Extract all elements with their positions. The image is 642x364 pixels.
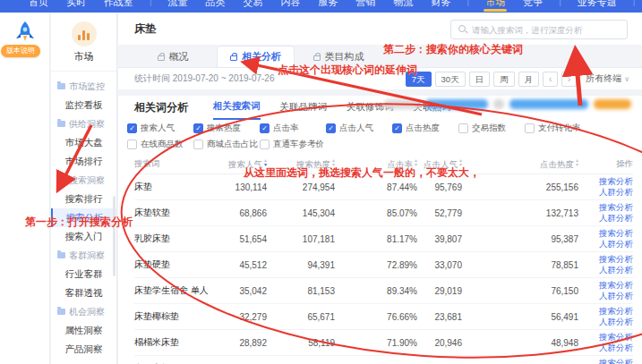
sidebar-item-customer-profile[interactable]: 客群透视 (51, 284, 116, 302)
search-analysis-link[interactable]: 搜索分析 (578, 358, 633, 364)
next-page-button[interactable]: › (561, 72, 577, 87)
tab-label: 相关分析 (242, 50, 281, 63)
sidebar-item-search-intro[interactable]: 搜索入门 (51, 227, 116, 246)
nav-item-service[interactable]: 服务 (317, 0, 340, 13)
nav-item-competition[interactable]: 竞争 (521, 0, 544, 13)
metric-label: 搜索热度 (207, 123, 241, 134)
table-row: 乳胶床垫 51,654 107,181 81.17% 39,807 95,387… (134, 226, 633, 252)
crowd-analysis-link[interactable]: 人群分析 (578, 213, 633, 224)
search-analysis-link[interactable]: 搜索分析 (578, 202, 633, 213)
checkbox-online-products[interactable]: 在线商品数 (127, 139, 193, 150)
nav-item-home[interactable]: 首页 (27, 0, 50, 13)
metric-label: 直通车参考价 (273, 139, 324, 150)
click-heat-cell: 78,851 (462, 260, 578, 270)
checkbox-mall-click-share[interactable]: 商城点击占比 (193, 139, 260, 150)
rocket-icon[interactable] (12, 20, 39, 47)
search-analysis-link[interactable]: 搜索分析 (578, 332, 633, 343)
sidebar-group-supply-insight[interactable]: 供给洞察 (51, 114, 116, 133)
metric-label: 商城点击占比 (207, 139, 258, 150)
click-rate-cell: 76.66% (335, 312, 417, 322)
search-analysis-link[interactable]: 搜索分析 (578, 176, 633, 187)
nav-item-logistics[interactable]: 物流 (392, 0, 415, 13)
checkbox-icon (193, 140, 203, 149)
prev-page-button[interactable]: ‹ (543, 72, 558, 87)
checkbox-ztc-reference-price[interactable]: 直通车参考价 (260, 139, 326, 150)
nav-item-content[interactable]: 内容 (279, 0, 303, 13)
tab-related-brand-words[interactable]: 关联品牌词 (280, 101, 328, 119)
checkbox-click-rate[interactable]: ✓点击率 (260, 123, 326, 134)
table-row: 床垫椰棕垫 32,279 65,671 76.66% 23,681 56,491… (134, 304, 633, 330)
keyword-cell: 床垫学生宿舍 单人 (134, 284, 215, 297)
crowd-analysis-link[interactable]: 人群分析 (578, 291, 633, 301)
checkbox-search-heat[interactable]: ✓搜索热度 (193, 123, 260, 134)
crowd-analysis-link[interactable]: 人群分析 (578, 187, 633, 198)
sidebar-group-market-monitor[interactable]: 市场监控 (51, 77, 116, 96)
col-header-keyword[interactable]: 搜索词 (134, 158, 215, 170)
metric-label: 在线商品数 (141, 139, 184, 150)
checkbox-icon (525, 123, 535, 133)
search-analysis-link[interactable]: 搜索分析 (578, 254, 633, 265)
table-row: 床垫软垫 68,866 145,304 85.07% 52,779 132,71… (134, 200, 633, 226)
related-words-table: 搜索词 搜索人气▴▾ 搜索热度▴▾ 点击率▴▾ 点击人气▴▾ 点击热度▴▾ 操作… (134, 155, 633, 364)
legend-segment (493, 99, 504, 109)
sidebar-item-market-ranking[interactable]: 市场排行 (51, 152, 116, 171)
crowd-analysis-link[interactable]: 人群分析 (578, 343, 633, 353)
click-popularity-cell: 52,779 (417, 208, 462, 218)
sidebar-group-customer-insight[interactable]: 客群洞察 (51, 246, 116, 265)
sidebar-item-monitor-board[interactable]: 监控看板 (51, 96, 116, 114)
checkbox-click-popularity[interactable]: ✓点击人气 (326, 123, 392, 134)
keyword-search-box (450, 20, 628, 39)
nav-item-finance[interactable]: 财务 (430, 0, 453, 13)
click-rate-cell: 72.89% (335, 260, 417, 270)
nav-item-warroom[interactable]: 作战室 (102, 0, 135, 13)
legend-segment (384, 99, 420, 109)
sidebar-item-search-ranking[interactable]: 搜索排行 (51, 190, 116, 208)
crowd-analysis-link[interactable]: 人群分析 (578, 265, 633, 275)
nav-separator: | (633, 0, 636, 13)
range-30d-button[interactable]: 30天 (435, 72, 466, 87)
nav-item-category[interactable]: 品类 (204, 0, 227, 13)
search-analysis-link[interactable]: 搜索分析 (578, 280, 633, 291)
lock-icon (158, 55, 165, 61)
nav-item-trade[interactable]: 交易 (242, 0, 265, 13)
keyword-cell: 床垫椰棕垫 (134, 310, 215, 323)
nav-item-topics[interactable]: 业务专题 (576, 0, 619, 13)
sidebar-item-market-overview[interactable]: 市场大盘 (51, 133, 116, 152)
checkbox-pay-conversion[interactable]: 支付转化率 (525, 123, 591, 134)
checkbox-search-popularity[interactable]: ✓搜索人气 (127, 123, 193, 134)
search-input[interactable] (472, 25, 615, 35)
range-month-button[interactable]: 月 (518, 72, 540, 87)
range-week-button[interactable]: 周 (493, 72, 515, 87)
search-analysis-link[interactable]: 搜索分析 (578, 228, 633, 239)
sidebar-scrollbar[interactable] (113, 196, 116, 276)
crowd-analysis-link[interactable]: 人群分析 (578, 239, 633, 250)
sidebar-group-search-insight[interactable]: 搜索洞察 (51, 171, 116, 190)
metric-label: 点击率 (273, 123, 299, 134)
sidebar-menu: 市场 市场监控 监控看板 供给洞察 市场大盘 市场排行 搜索洞察 搜索排行 搜索… (51, 13, 117, 364)
crowd-analysis-link[interactable]: 人群分析 (578, 317, 633, 327)
click-heat-cell: 56,491 (462, 312, 578, 322)
terminal-filter-dropdown[interactable]: 所有终端∨ (586, 72, 629, 85)
checkbox-icon: ✓ (260, 123, 270, 133)
tab-overview[interactable]: 概况 (134, 46, 211, 67)
search-popularity-cell: 51,654 (215, 234, 267, 244)
sidebar-item-industry-customers[interactable]: 行业客群 (51, 265, 116, 284)
search-heat-cell: 107,181 (267, 234, 335, 244)
checkbox-trade-index[interactable]: 交易指数 (458, 123, 525, 134)
checkbox-click-heat[interactable]: ✓点击热度 (392, 123, 458, 134)
section-divider (118, 89, 642, 96)
range-day-button[interactable]: 日 (469, 72, 491, 87)
sidebar-item-attribute-insight[interactable]: 属性洞察 (51, 321, 116, 340)
nav-item-realtime[interactable]: 实时 (64, 0, 88, 13)
nav-item-traffic[interactable]: 流量 (167, 0, 190, 13)
nav-item-marketing[interactable]: 营销 (355, 0, 378, 13)
search-analysis-link[interactable]: 搜索分析 (578, 306, 633, 317)
search-heat-cell: 274,954 (267, 182, 335, 192)
search-heat-cell: 81,153 (267, 286, 335, 296)
sidebar-item-product-insight[interactable]: 产品洞察 (51, 340, 116, 359)
tab-related-search-words[interactable]: 相关搜索词 (213, 100, 261, 120)
sidebar-group-opportunity-insight[interactable]: 机会洞察 (51, 302, 116, 321)
version-badge[interactable]: 版本说明 (1, 45, 40, 57)
col-header-actions: 操作 (578, 158, 633, 170)
nav-item-market[interactable]: 市场 (484, 0, 507, 13)
